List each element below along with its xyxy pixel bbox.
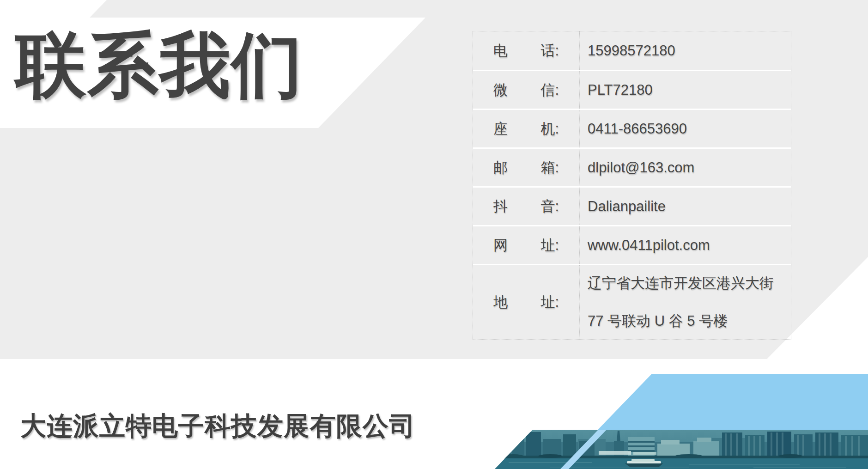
table-row-phone: 电 话: 15998572180 <box>473 31 791 70</box>
row-value: 辽宁省大连市开发区港兴大街 77 号联动 U 谷 5 号楼 <box>580 265 791 339</box>
label-char-colon: 信: <box>540 80 559 100</box>
label-char: 电 <box>493 41 508 61</box>
row-label: 地 址: <box>473 265 580 339</box>
water-group <box>495 458 868 469</box>
slide: 联系我们 电 话: 15998572180 微 信: PLT72180 座 机:… <box>0 0 868 469</box>
row-value: PLT72180 <box>580 71 791 109</box>
label-char-colon: 箱: <box>540 158 559 177</box>
label-char-colon: 话: <box>540 41 559 61</box>
label-char: 网 <box>493 236 508 255</box>
table-row-landline: 座 机: 0411-86653690 <box>473 109 791 147</box>
row-label: 微 信: <box>473 71 580 109</box>
label-char: 微 <box>493 80 508 100</box>
row-label: 网 址: <box>473 226 580 264</box>
label-char: 邮 <box>493 158 508 177</box>
address-line-1: 辽宁省大连市开发区港兴大街 <box>588 264 791 302</box>
label-char-colon: 机: <box>540 119 559 139</box>
label-char-colon: 音: <box>540 197 559 216</box>
table-row-email: 邮 箱: dlpilot@163.com <box>473 147 791 186</box>
row-value: 0411-86653690 <box>580 110 791 147</box>
row-label: 电 话: <box>473 31 580 70</box>
table-row-address: 地 址: 辽宁省大连市开发区港兴大街 77 号联动 U 谷 5 号楼 <box>473 264 791 339</box>
row-label: 邮 箱: <box>473 149 580 186</box>
address-line-2: 77 号联动 U 谷 5 号楼 <box>588 302 791 340</box>
table-row-website: 网 址: www.0411pilot.com <box>473 225 791 264</box>
row-label: 抖 音: <box>473 188 580 225</box>
page-title: 联系我们 <box>15 30 303 101</box>
company-name: 大连派立特电子科技发展有限公司 <box>20 409 415 444</box>
row-value: 15998572180 <box>580 31 791 70</box>
table-row-douyin: 抖 音: Dalianpailite <box>473 186 791 225</box>
table-row-wechat: 微 信: PLT72180 <box>473 70 791 109</box>
row-value: Dalianpailite <box>580 188 791 225</box>
label-char: 抖 <box>493 197 508 216</box>
label-char: 地 <box>493 292 508 312</box>
cityscape-illustration <box>495 430 868 469</box>
cityscape-photo <box>495 430 868 469</box>
contact-table: 电 话: 15998572180 微 信: PLT72180 座 机: 0411… <box>473 31 791 340</box>
row-label: 座 机: <box>473 110 580 147</box>
row-value: www.0411pilot.com <box>580 226 791 264</box>
label-char-colon: 址: <box>540 236 559 255</box>
label-char-colon: 址: <box>540 292 559 312</box>
label-char: 座 <box>493 119 508 139</box>
row-value: dlpilot@163.com <box>580 149 791 186</box>
